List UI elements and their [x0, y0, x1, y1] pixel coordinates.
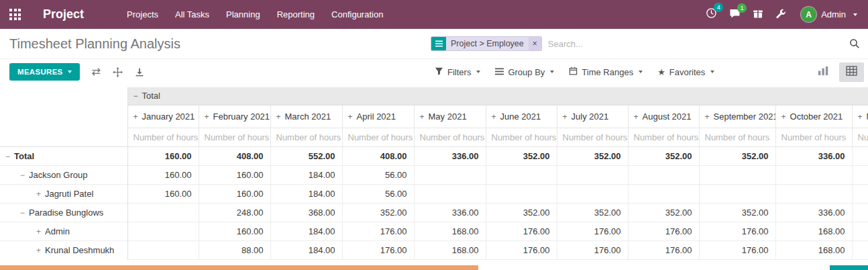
- filters-dropdown[interactable]: Filters: [435, 66, 480, 77]
- search-icon[interactable]: [849, 38, 860, 49]
- search-options: Filters Group By Time Ranges ★ Favorites: [435, 59, 729, 85]
- column-group-label: Total: [142, 91, 160, 101]
- pivot-value-cell: 160.00: [199, 165, 270, 184]
- time-ranges-dropdown[interactable]: Time Ranges: [569, 66, 643, 77]
- pivot-value-cell: 168.00: [775, 240, 852, 259]
- pivot-row-header[interactable]: +Krunal Deshmukh: [0, 240, 127, 259]
- group-by-icon: [495, 67, 504, 77]
- menu-item-reporting[interactable]: Reporting: [277, 9, 315, 19]
- tools-button[interactable]: [775, 8, 786, 21]
- pivot-column-header[interactable]: +May 2021: [414, 105, 486, 128]
- pivot-column-header[interactable]: +January 2021: [127, 105, 199, 128]
- pivot-row-header[interactable]: +Jagruti Patel: [0, 184, 127, 203]
- pivot-column-header[interactable]: +September 2021: [699, 105, 775, 128]
- pivot-value-cell: [699, 165, 775, 184]
- pivot-value-cell: [852, 184, 868, 203]
- pivot-row-header[interactable]: −Jackson Group: [0, 165, 127, 184]
- pivot-measure-header[interactable]: Number of hours: [557, 128, 628, 146]
- expand-all-icon[interactable]: [113, 67, 123, 77]
- pivot-data-row: −Paradise Bunglows248.00368.00352.00336.…: [0, 203, 868, 222]
- bar-chart-view-button[interactable]: [811, 62, 836, 82]
- favorites-dropdown[interactable]: ★ Favorites: [657, 67, 714, 77]
- measures-button[interactable]: MEASURES: [9, 63, 80, 81]
- menu-item-projects[interactable]: Projects: [127, 9, 158, 19]
- pivot-measure-header[interactable]: Number of hours: [199, 128, 270, 146]
- pivot-value-cell: [775, 184, 852, 203]
- pivot-row-header[interactable]: −Paradise Bunglows: [0, 203, 127, 222]
- row-label-text: Paradise Bunglows: [29, 208, 103, 218]
- view-switcher: [811, 59, 864, 85]
- menu-item-all-tasks[interactable]: All Tasks: [175, 9, 209, 19]
- pivot-value-cell: [127, 222, 199, 240]
- toggle-icon: −: [20, 208, 25, 218]
- search-input[interactable]: [548, 39, 844, 49]
- pivot-column-header[interactable]: +February 2021: [199, 105, 270, 128]
- pivot-column-header[interactable]: +July 2021: [557, 105, 628, 128]
- pivot-value-cell: [852, 165, 868, 184]
- pivot-value-cell: [414, 184, 486, 203]
- messages-count-badge: 1: [737, 3, 747, 13]
- horizontal-scrollbar-thumb[interactable]: [0, 265, 478, 270]
- flip-axis-icon[interactable]: ⇄: [92, 66, 101, 77]
- toggle-icon: −: [5, 152, 10, 161]
- pivot-measure-header[interactable]: Number of hours: [414, 128, 486, 146]
- pivot-column-header[interactable]: +March 2021: [270, 105, 342, 128]
- facet-remove-icon[interactable]: ×: [529, 37, 541, 50]
- pivot-column-header[interactable]: +N: [852, 105, 868, 128]
- chevron-down-icon: [710, 71, 714, 73]
- pivot-row-header[interactable]: +Admin: [0, 222, 127, 240]
- pivot-value-cell: [775, 165, 852, 184]
- pivot-measure-header[interactable]: Number of hours: [342, 128, 414, 146]
- pivot-column-header[interactable]: +October 2021: [775, 105, 852, 128]
- messages-button[interactable]: 1: [729, 8, 741, 21]
- pivot-measure-header[interactable]: Number of hours: [127, 128, 199, 146]
- pivot-value-cell: 408.00: [342, 146, 414, 165]
- pivot-value-cell: 352.00: [342, 203, 414, 222]
- expand-icon: +: [634, 112, 639, 122]
- pivot-value-cell: [414, 165, 486, 184]
- pivot-grid-icon: [846, 66, 857, 79]
- apps-grid-icon[interactable]: [9, 9, 21, 20]
- app-name[interactable]: Project: [43, 7, 84, 21]
- pivot-value-cell: 352.00: [486, 203, 557, 222]
- pivot-data-row: −Jackson Group160.00160.00184.0056.00: [0, 165, 868, 184]
- pivot-measure-header[interactable]: Number of hours: [628, 128, 699, 146]
- pivot-row-header[interactable]: −Total: [0, 146, 127, 165]
- pivot-column-group-total[interactable]: −Total: [127, 87, 868, 105]
- gift-button[interactable]: [753, 8, 763, 21]
- pivot-measure-header[interactable]: Number of hours: [852, 128, 868, 146]
- pivot-measure-header[interactable]: Number of hours: [699, 128, 775, 146]
- chevron-down-icon: [68, 71, 72, 73]
- pivot-value-cell: 160.00: [199, 184, 270, 203]
- activities-button[interactable]: 4: [706, 7, 717, 21]
- main-menu: Projects All Tasks Planning Reporting Co…: [127, 9, 383, 19]
- pivot-table: −Total+January 2021+February 2021+March …: [0, 87, 868, 260]
- pivot-value-cell: 336.00: [775, 203, 852, 222]
- group-by-dropdown[interactable]: Group By: [495, 67, 554, 77]
- pivot-column-header[interactable]: +August 2021: [628, 105, 699, 128]
- toggle-icon: −: [20, 171, 25, 180]
- user-menu[interactable]: A Admin: [801, 7, 857, 22]
- expand-icon: +: [348, 112, 353, 122]
- pivot-value-cell: 352.00: [557, 203, 628, 222]
- download-icon[interactable]: [135, 67, 144, 77]
- pivot-measure-header[interactable]: Number of hours: [270, 128, 342, 146]
- pivot-value-cell: 336.00: [414, 203, 486, 222]
- pivot-value-cell: 160.00: [127, 184, 199, 203]
- star-icon: ★: [657, 68, 665, 77]
- pivot-measure-row: Number of hoursNumber of hoursNumber of …: [0, 128, 868, 146]
- pivot-data-row: +Admin160.00184.00176.00168.00176.00176.…: [0, 222, 868, 240]
- pivot-measure-header[interactable]: Number of hours: [486, 128, 557, 146]
- pivot-value-cell: [127, 203, 199, 222]
- menu-item-configuration[interactable]: Configuration: [331, 9, 383, 19]
- menu-item-planning[interactable]: Planning: [226, 9, 260, 19]
- pivot-value-cell: 176.00: [342, 222, 414, 240]
- pivot-value-cell: 176.00: [699, 222, 775, 240]
- pivot-column-header[interactable]: +April 2021: [342, 105, 414, 128]
- pivot-view-button[interactable]: [839, 62, 864, 82]
- group-by-label: Group By: [508, 67, 545, 77]
- pivot-measure-header[interactable]: Number of hours: [775, 128, 852, 146]
- pivot-column-header[interactable]: +June 2021: [486, 105, 557, 128]
- pivot-value-cell: 88.00: [199, 240, 270, 259]
- pivot-value-cell: [852, 240, 868, 259]
